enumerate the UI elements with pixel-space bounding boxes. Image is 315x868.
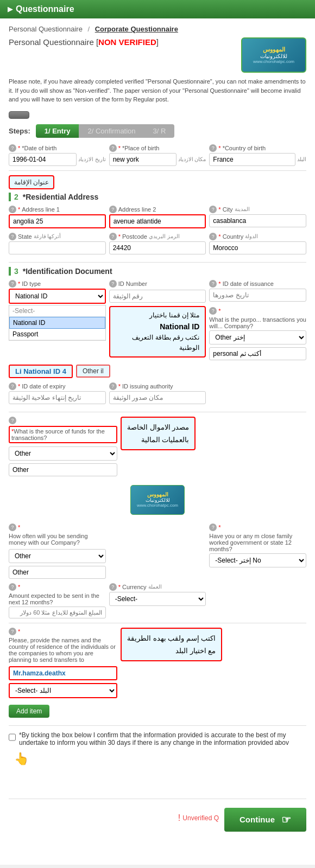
id-type-dropdown: -Select- National ID Passport xyxy=(9,305,106,341)
add-item-button[interactable]: Add item xyxy=(9,705,49,718)
edit-questionnaire-button[interactable] xyxy=(9,111,29,119)
country-help-icon[interactable]: ? xyxy=(209,233,217,240)
residential-address-section: عنوان الإقامة 2 *Residential Address ? *… xyxy=(9,175,306,254)
id-number-annotation-col: ? ID Number مثلا إن قمنا باختيار Nationa… xyxy=(109,280,206,358)
logo-box: المهووس للالكترونيات www.chorohatpc.com xyxy=(241,37,306,73)
id-issuance-help-icon[interactable]: ? xyxy=(209,280,217,288)
state-help-icon[interactable]: ? xyxy=(9,233,16,240)
dd-item-passport[interactable]: Passport xyxy=(9,329,105,340)
dd-placeholder[interactable]: -Select- xyxy=(9,305,105,317)
id-expiry-input[interactable] xyxy=(9,391,106,404)
dob-arabic: تاريخ الازدياد xyxy=(78,156,106,162)
funds-label: ? *What is the source of funds for the t… xyxy=(9,417,117,443)
currency-select[interactable]: -Select- xyxy=(109,592,206,606)
have-you-select[interactable]: -Select- إختر No xyxy=(209,553,306,567)
please-provide-row: ? *Please, provide the names and the cou… xyxy=(9,628,306,698)
purpose-help-icon[interactable]: ? xyxy=(209,307,217,315)
breadcrumb-personal[interactable]: Personal Questionnaire xyxy=(9,25,83,33)
addr1-help-icon[interactable]: ? xyxy=(9,206,16,213)
id-date-issuance-col: ? *ID date of issuance ? *What is the pu… xyxy=(209,280,306,360)
id-type-select[interactable]: إختر نوع الوثيقة -Select- National ID Pa… xyxy=(9,289,106,304)
country-col: ? *Country الدولة xyxy=(209,233,306,254)
logo-title: المهووس xyxy=(263,46,285,53)
amount-row: ? *Amount expected to be sent in the nex… xyxy=(9,583,306,618)
currency-help-icon[interactable]: ? xyxy=(109,583,117,591)
dob-label: ? **Date of birth xyxy=(9,144,106,152)
address-line1-input[interactable] xyxy=(9,214,106,228)
id-issuance-input[interactable] xyxy=(209,289,306,302)
funds-help-icon[interactable]: ? xyxy=(9,417,16,424)
id-number-input[interactable] xyxy=(109,290,206,303)
how-often-text-input[interactable] xyxy=(9,566,106,579)
dob-help-icon[interactable]: ? xyxy=(9,144,16,152)
address-line2-input[interactable] xyxy=(109,214,206,228)
addr2-help-icon[interactable]: ? xyxy=(109,206,117,213)
addr2-col: ? Address line 2 xyxy=(109,206,206,228)
warning-icon: ! xyxy=(178,813,180,823)
residential-address-title: 2 *Residential Address xyxy=(9,193,306,201)
how-often-help-icon[interactable]: ? xyxy=(9,524,16,531)
please-provide-col: ? *Please, provide the names and the cou… xyxy=(9,628,117,698)
amount-input[interactable] xyxy=(9,607,106,618)
continue-button[interactable]: Continue ☞ xyxy=(224,808,306,832)
currency-col: ? *Currency العملة -Select- xyxy=(109,583,206,606)
dd-item-national-id[interactable]: National ID xyxy=(9,317,105,329)
notice-text: Please note, if you have already complet… xyxy=(9,77,306,104)
id-document-section: 3 *Identification Document ? *ID type إخ… xyxy=(9,267,306,404)
id-issuing-col: ? *ID issuing authority xyxy=(109,382,206,404)
state-input[interactable] xyxy=(9,241,106,254)
funds-col: ? *What is the source of funds for the t… xyxy=(9,417,117,476)
unverified-label: Unverified Q xyxy=(182,814,219,822)
city-label: ? *City المدينة xyxy=(209,206,306,213)
id-issuing-label: ? *ID issuing authority xyxy=(109,382,206,390)
header-title: Questionnaire xyxy=(16,4,74,14)
id-issuing-help-icon[interactable]: ? xyxy=(109,382,117,390)
state-col: ? State أتركها فارغة xyxy=(9,233,106,254)
purpose-text-input[interactable] xyxy=(209,347,306,360)
id-number-help-icon[interactable]: ? xyxy=(109,280,117,288)
transfer-name-input[interactable] xyxy=(9,666,117,680)
breadcrumb-corporate[interactable]: Corporate Questionnaire xyxy=(95,25,178,33)
status-badge: NON VERIFIED xyxy=(98,37,156,47)
funds-select[interactable]: Other xyxy=(9,446,117,461)
how-often-label: ? *How often will you be sending money w… xyxy=(9,524,106,546)
postcode-label: ? *Postcode الرمز البريدي xyxy=(109,233,206,240)
pob-input[interactable] xyxy=(109,153,177,166)
city-help-icon[interactable]: ? xyxy=(209,206,217,213)
funds-annotation-col: مصدر الاموال الخاصة بالعمليات المالية xyxy=(121,417,306,451)
id-type-help-icon[interactable]: ? xyxy=(9,280,16,288)
city-col: ? *City المدينة xyxy=(209,206,306,227)
address-annotation-box: عنوان الإقامة xyxy=(9,175,54,189)
step2-button[interactable]: 2/ Confirmation xyxy=(79,124,144,138)
postcode-help-icon[interactable]: ? xyxy=(109,233,117,240)
address-row2: ? State أتركها فارغة ? *Postcode الرمز ا… xyxy=(9,233,306,254)
id-document-title: 3 *Identification Document xyxy=(9,267,306,276)
country-input[interactable] xyxy=(209,241,306,254)
confirmation-checkbox[interactable] xyxy=(9,732,16,742)
funds-text-input[interactable] xyxy=(9,463,117,476)
please-provide-annotation-box: اكتب إسم ولقب بهده الطريقة مع اختيار الب… xyxy=(121,628,222,662)
please-provide-help-icon[interactable]: ? xyxy=(9,628,16,635)
cob-help-icon[interactable]: ? xyxy=(209,144,217,152)
cob-input[interactable] xyxy=(209,153,295,166)
dob-input[interactable] xyxy=(9,153,77,166)
how-often-select[interactable]: Other xyxy=(9,549,106,563)
postcode-input[interactable] xyxy=(109,241,206,254)
funds-annotation-box: مصدر الاموال الخاصة بالعمليات المالية xyxy=(121,417,196,451)
transfer-country-select[interactable]: -Select- البلد xyxy=(9,683,117,698)
step1-button[interactable]: 1/ Entry xyxy=(36,124,79,138)
id-expiry-help-icon[interactable]: ? xyxy=(9,382,16,390)
city-input[interactable] xyxy=(209,214,306,227)
id-expiry-label: ? *ID date of expiry xyxy=(9,382,106,390)
pob-arabic: مكان الازدياد xyxy=(178,156,206,162)
step3-button[interactable]: 3/ R xyxy=(144,124,175,138)
amount-help-icon[interactable]: ? xyxy=(9,583,16,591)
logo-url: www.chorohatpc.com xyxy=(253,59,294,64)
id-issuing-input[interactable] xyxy=(109,391,206,404)
how-often-col: ? *How often will you be sending money w… xyxy=(9,524,106,579)
steps-row: Steps: 1/ Entry 2/ Confirmation 3/ R xyxy=(9,124,306,138)
pob-help-icon[interactable]: ? xyxy=(109,144,117,152)
purpose-select[interactable]: Other إختر xyxy=(209,330,306,344)
confirmation-text: *By ticking the box below I confirm that… xyxy=(19,731,306,746)
have-you-help-icon[interactable]: ? xyxy=(209,524,217,531)
